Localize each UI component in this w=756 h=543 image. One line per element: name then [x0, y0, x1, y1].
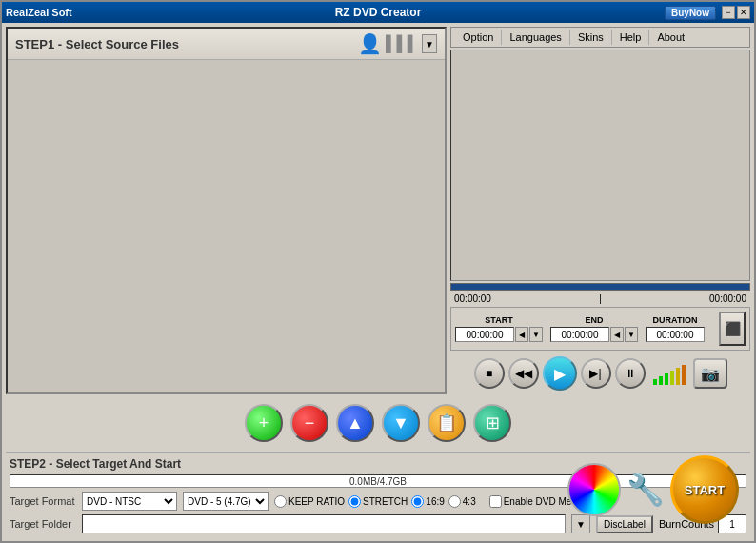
- aspect-4-3-radio[interactable]: [448, 495, 461, 508]
- step2-area: STEP2 - Select Target And Start 0.0MB/4.…: [6, 452, 750, 537]
- start-area: 🔧 START: [567, 455, 739, 524]
- transport-controls: ■ ◀◀ ▶ ▶| ⏸: [450, 352, 750, 394]
- vol-bar-4: [670, 371, 674, 385]
- end-left-arrow[interactable]: ◀: [610, 327, 624, 342]
- minimize-button[interactable]: −: [722, 6, 735, 19]
- target-folder-input[interactable]: [82, 514, 566, 533]
- source-dropdown[interactable]: ▼: [422, 34, 437, 53]
- end-label: END: [585, 315, 603, 325]
- move-up-button[interactable]: ▲: [336, 404, 374, 442]
- chart-icon: ▌▌▌: [386, 35, 418, 52]
- volume-control[interactable]: [653, 362, 686, 385]
- end-down-arrow[interactable]: ▼: [625, 327, 638, 342]
- top-area: STEP1 - Select Source Files 👤 ▌▌▌ ▼: [6, 27, 750, 394]
- trim-controls: START ◀ ▼ END ◀ ▼: [450, 307, 750, 351]
- copy-trim-icon: ⬛: [725, 321, 741, 336]
- down-arrow-icon: ▼: [392, 413, 409, 433]
- play-button[interactable]: ▶: [543, 356, 577, 391]
- right-panel: Option Languages Skins Help About 00:00:…: [450, 27, 750, 394]
- add-files-icon[interactable]: 👤: [358, 32, 382, 55]
- end-time-input[interactable]: [550, 327, 609, 342]
- left-panel: STEP1 - Select Source Files 👤 ▌▌▌ ▼: [6, 27, 447, 394]
- remove-button[interactable]: −: [290, 404, 328, 442]
- start-down-arrow[interactable]: ▼: [529, 327, 543, 342]
- stop-icon: ■: [486, 367, 492, 380]
- vol-bar-3: [665, 373, 668, 385]
- stop-button[interactable]: ■: [474, 358, 505, 389]
- play-icon: ▶: [554, 365, 566, 383]
- close-button[interactable]: ✕: [737, 6, 750, 19]
- copy-icon: 📋: [436, 412, 457, 433]
- window-title: RZ DVD Creator: [335, 6, 422, 19]
- end-input-row: ◀ ▼: [550, 327, 638, 342]
- duration-time-input[interactable]: [646, 327, 705, 342]
- tools-icon: 🔧: [627, 472, 665, 508]
- enable-dvd-menu-checkbox[interactable]: [489, 495, 502, 508]
- start-group: START ◀ ▼: [455, 315, 543, 342]
- buy-now-button[interactable]: BuyNow: [665, 6, 716, 20]
- move-down-button[interactable]: ▼: [382, 404, 420, 442]
- time-display: 00:00:00 | 00:00:00: [450, 292, 750, 305]
- disc-size-select[interactable]: DVD - 5 (4.7G): [183, 492, 269, 511]
- duration-input-row: [646, 327, 705, 342]
- merge-button[interactable]: ⊞: [473, 404, 511, 442]
- ratio-4-3-label[interactable]: 4:3: [448, 495, 476, 508]
- start-left-arrow[interactable]: ◀: [515, 327, 528, 342]
- menu-languages[interactable]: Languages: [502, 30, 569, 45]
- target-format-select[interactable]: DVD - NTSC: [82, 492, 177, 511]
- menu-bar: Option Languages Skins Help About: [450, 27, 750, 48]
- file-list-area: [8, 60, 445, 392]
- camera-icon: 📷: [701, 365, 720, 383]
- time-left: 00:00:00: [454, 293, 491, 304]
- copy-button[interactable]: 📋: [428, 404, 466, 442]
- progress-text: 0.0MB/4.7GB: [349, 476, 407, 487]
- screenshot-button[interactable]: 📷: [693, 358, 727, 389]
- menu-skins[interactable]: Skins: [570, 30, 612, 45]
- company-name: RealZeal Soft: [6, 7, 72, 18]
- menu-help[interactable]: Help: [612, 30, 650, 45]
- aspect-16-9-radio[interactable]: [411, 495, 424, 508]
- menu-about[interactable]: About: [649, 30, 692, 45]
- duration-label: DURATION: [653, 315, 698, 325]
- up-arrow-icon: ▲: [347, 413, 364, 433]
- step1-header: STEP1 - Select Source Files 👤 ▌▌▌ ▼: [8, 29, 445, 60]
- keep-ratio-radio[interactable]: [274, 495, 287, 508]
- main-window: RealZeal Soft RZ DVD Creator BuyNow − ✕ …: [0, 0, 756, 543]
- stretch-radio[interactable]: [348, 495, 361, 508]
- merge-icon: ⊞: [486, 412, 500, 433]
- ratio-16-9-label[interactable]: 16:9: [411, 495, 444, 508]
- main-content: STEP1 - Select Source Files 👤 ▌▌▌ ▼: [2, 23, 754, 541]
- add-button[interactable]: +: [245, 404, 283, 442]
- next-frame-icon: ▶|: [589, 367, 601, 380]
- step1-label: STEP1 - Select Source Files: [15, 37, 179, 51]
- title-bar-controls: BuyNow − ✕: [665, 6, 750, 20]
- time-separator: |: [599, 293, 602, 304]
- preview-area: [450, 50, 750, 281]
- stretch-label[interactable]: STRETCH: [348, 495, 408, 508]
- next-frame-button[interactable]: ▶|: [581, 358, 611, 389]
- rewind-icon: ◀◀: [515, 367, 532, 380]
- ratio-group: KEEP RATIO STRETCH 16:9 4:3: [274, 495, 476, 508]
- target-folder-label: Target Folder: [10, 518, 76, 530]
- end-group: END ◀ ▼: [550, 315, 638, 342]
- time-right: 00:00:00: [709, 293, 746, 304]
- add-icon: +: [259, 413, 269, 433]
- pause-icon: ⏸: [625, 367, 636, 380]
- start-button[interactable]: START: [670, 455, 739, 524]
- start-time-input[interactable]: [455, 327, 514, 342]
- toolbar-area: + − ▲ ▼ 📋 ⊞: [6, 398, 750, 448]
- keep-ratio-label[interactable]: KEEP RATIO: [274, 495, 345, 508]
- copy-trim-button[interactable]: ⬛: [719, 312, 746, 346]
- vol-bar-5: [676, 368, 680, 385]
- pause-button[interactable]: ⏸: [615, 358, 646, 389]
- start-label: START: [685, 483, 725, 497]
- remove-icon: −: [305, 413, 315, 433]
- vol-bar-1: [653, 379, 657, 385]
- menu-option[interactable]: Option: [455, 30, 502, 45]
- title-bar: RealZeal Soft RZ DVD Creator BuyNow − ✕: [2, 2, 754, 23]
- rewind-button[interactable]: ◀◀: [508, 358, 539, 389]
- step1-controls: 👤 ▌▌▌ ▼: [358, 32, 437, 55]
- start-input-row: ◀ ▼: [455, 327, 543, 342]
- color-wheel-icon: [567, 463, 621, 516]
- seek-bar[interactable]: [450, 283, 750, 291]
